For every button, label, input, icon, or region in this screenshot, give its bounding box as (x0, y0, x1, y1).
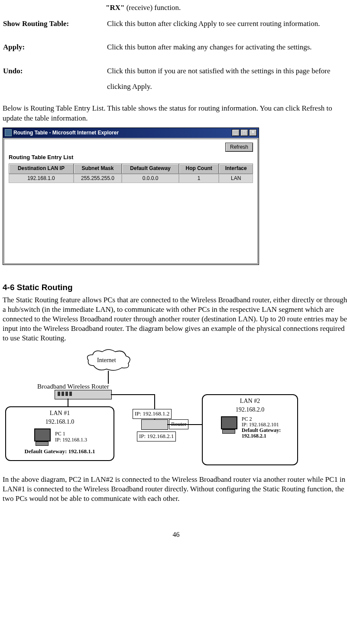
col-header: Default Gateway (122, 163, 179, 173)
def-row: Apply: Click this button after making an… (3, 39, 347, 63)
col-header: Destination LAN IP (9, 163, 74, 173)
page-number: 46 (3, 530, 347, 539)
routing-table-window: Routing Table - Microsoft Internet Explo… (3, 127, 259, 265)
broadband-router-icon (55, 390, 112, 399)
lan1-box: LAN #1 192.168.1.0 PC 1 IP: 192.168.1.3 … (5, 406, 114, 461)
routing-list-title: Routing Table Entry List (9, 154, 253, 162)
def-text: Click this button after making any chang… (107, 39, 347, 63)
pc-icon (219, 416, 238, 434)
minimize-button[interactable]: _ (232, 129, 240, 136)
def-label: Undo: (3, 63, 107, 102)
cell-dest: 192.168.1.0 (9, 174, 74, 183)
rx-bold: "RX" (106, 3, 124, 12)
maximize-button[interactable]: □ (240, 129, 248, 136)
lan1-net: 192.168.1.0 (8, 418, 112, 426)
window-content: Refresh Routing Table Entry List Destina… (4, 139, 258, 264)
ip-label-21: IP: 192.168.2.1 (137, 432, 176, 441)
below-text: Below is Routing Table Entry List. This … (3, 104, 347, 123)
close-button[interactable]: × (249, 129, 257, 136)
cell-if: LAN (219, 174, 253, 183)
def-text: Click this button if you are not satisfi… (107, 63, 347, 102)
lan2-net: 192.168.2.0 (204, 405, 295, 414)
window-title: Routing Table - Microsoft Internet Explo… (13, 129, 119, 137)
def-label: Apply: (3, 39, 107, 63)
ip-label-12: IP: 192.168.1.2 (133, 409, 172, 419)
def-row: Show Routing Table: Click this button af… (3, 16, 347, 39)
partial-line: "RX" (receive) function. (106, 0, 347, 16)
cell-hop: 1 (179, 174, 219, 183)
ie-icon (5, 129, 12, 136)
lan1-gw: Default Gateway: 192.168.1.1 (8, 448, 112, 456)
connector-line (68, 399, 68, 406)
lan2-pcip: IP: 192.168.2.101 (242, 422, 279, 428)
col-header: Interface (219, 163, 253, 173)
diagram-explanation: In the above diagram, PC2 in LAN#2 is co… (3, 475, 347, 503)
cell-mask: 255.255.255.0 (74, 174, 122, 183)
window-buttons: _ □ × (232, 129, 257, 136)
lan2-title: LAN #2 (204, 397, 295, 405)
lan2-gw2: 192.168.2.1 (242, 433, 266, 439)
window-titlebar: Routing Table - Microsoft Internet Explo… (3, 128, 259, 138)
lan2-gw: Default Gateway: (242, 427, 281, 433)
lan2-box: LAN #2 192.168.2.0 PC 2 IP: 192.168.2.10… (202, 394, 298, 465)
definitions-table: Show Routing Table: Click this button af… (3, 16, 347, 102)
internet-label: Internet (97, 356, 116, 365)
table-header-row: Destination LAN IP Subnet Mask Default G… (9, 163, 253, 173)
lan1-pcip: IP: 192.168.1.3 (55, 437, 87, 443)
lan1-pc: PC 1 (55, 431, 65, 437)
section-heading: 4-6 Static Routing (3, 281, 347, 294)
col-header: Subnet Mask (74, 163, 122, 173)
def-label: Show Routing Table: (3, 16, 107, 39)
routing-table: Destination LAN IP Subnet Mask Default G… (9, 163, 253, 183)
def-text: Click this button after clicking Apply t… (107, 16, 347, 39)
connector-line (111, 394, 154, 395)
section-paragraph: The Static Routing feature allows PCs th… (3, 295, 347, 343)
rx-rest: (receive) function. (124, 3, 181, 12)
lan2-pc: PC 2 (242, 416, 252, 422)
internet-cloud: Internet (85, 348, 133, 372)
cell-gw: 0.0.0.0 (122, 174, 179, 183)
network-diagram: Internet Broadband Wireless Router LAN #… (3, 348, 302, 470)
refresh-button[interactable]: Refresh (225, 143, 253, 152)
middle-router-icon (141, 419, 168, 430)
col-header: Hop Count (179, 163, 219, 173)
table-row: 192.168.1.0 255.255.255.0 0.0.0.0 1 LAN (9, 174, 253, 183)
pc-icon (32, 428, 52, 446)
lan1-title: LAN #1 (8, 409, 112, 418)
connector-line (167, 424, 202, 425)
def-row: Undo: Click this button if you are not s… (3, 63, 347, 102)
